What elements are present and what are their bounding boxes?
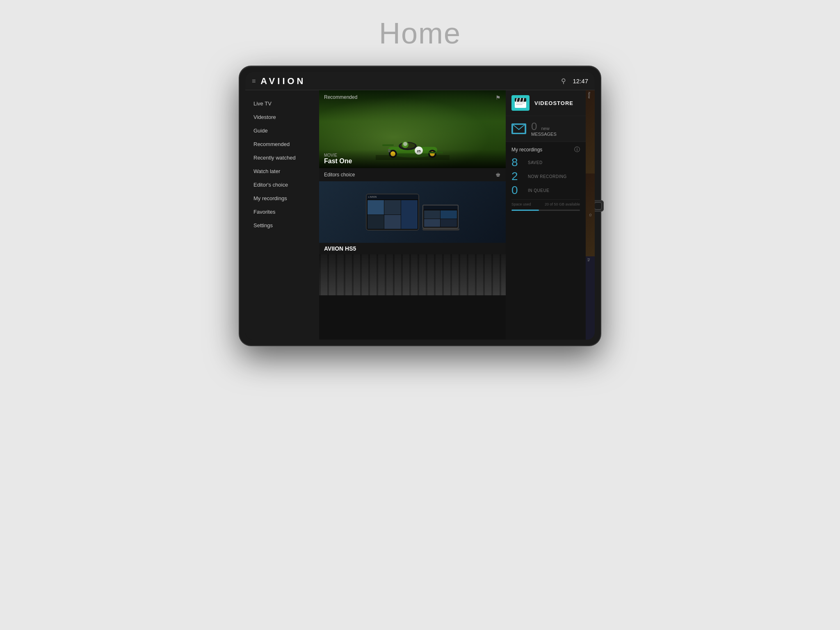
search-icon[interactable]: ⚲ <box>561 77 566 85</box>
app-logo: AVIION <box>260 76 561 87</box>
svg-rect-27 <box>331 270 336 274</box>
space-progress-fill <box>511 210 539 211</box>
mock-ui: ≡ AVIION <box>319 181 506 243</box>
svg-rect-24 <box>331 264 336 267</box>
editors-item-info: AVIION HS5 <box>319 243 506 254</box>
videostore-tile[interactable]: VIDEOSTORE <box>506 90 586 116</box>
svg-point-6 <box>403 142 407 146</box>
messages-tile[interactable]: 0 new MESSAGES <box>506 116 586 142</box>
main-content: Live TV Videstore Guide Recommended Rece… <box>245 90 595 340</box>
sidebar: Live TV Videstore Guide Recommended Rece… <box>245 90 319 340</box>
svg-rect-39 <box>516 103 525 103</box>
svg-rect-17 <box>319 254 506 295</box>
recordings-queue-count: 0 <box>511 185 524 196</box>
sidebar-item-guide[interactable]: Guide <box>245 124 319 137</box>
space-progress-bar <box>511 210 580 211</box>
editors-header: Editors choice ♚ <box>319 168 506 181</box>
messages-title: MESSAGES <box>531 132 557 137</box>
peek-movie-thumb-2: Ci <box>586 173 595 257</box>
recordings-header: My recordings ⓘ <box>511 146 580 153</box>
sidebar-item-settings[interactable]: Settings <box>245 219 319 232</box>
editors-section: Editors choice ♚ ≡ AVIION <box>319 168 506 254</box>
third-section[interactable] <box>319 254 506 295</box>
featured-label: Recommended <box>324 94 357 100</box>
sidebar-item-recently-watched[interactable]: Recently watched <box>245 151 319 164</box>
messages-info: 0 new MESSAGES <box>531 121 557 137</box>
editors-label: Editors choice <box>324 172 355 178</box>
editors-content[interactable]: ≡ AVIION <box>319 181 506 243</box>
svg-rect-25 <box>338 264 342 267</box>
building-bg <box>319 254 506 295</box>
svg-rect-18 <box>319 258 352 295</box>
recordings-title: My recordings <box>511 147 542 153</box>
sidebar-item-live-tv[interactable]: Live TV <box>245 97 319 110</box>
sidebar-item-editors-choice[interactable]: Editor's choice <box>245 178 319 192</box>
svg-rect-12 <box>382 144 394 146</box>
right-panel: VIDEOSTORE 0 new <box>506 90 586 340</box>
editors-item-title: AVIION HS5 <box>324 245 501 252</box>
page-title: Home <box>379 16 461 50</box>
peek-movie-thumb-1: Now <box>586 90 595 173</box>
recordings-now-label: NOW RECORDING <box>528 174 567 179</box>
top-bar: ≡ AVIION ⚲ 12:47 <box>245 72 595 90</box>
sidebar-item-favorites[interactable]: Favorites <box>245 205 319 219</box>
tablet-shell: ≡ AVIION ⚲ 12:47 Live TV Videstore Guide… <box>240 66 600 345</box>
messages-new-badge: new <box>541 126 549 131</box>
time-display: 12:47 <box>573 78 588 84</box>
sidebar-item-recommended[interactable]: Recommended <box>245 137 319 151</box>
recordings-queue-label: IN QUEUE <box>528 188 549 193</box>
recordings-saved-count: 8 <box>511 157 524 168</box>
space-detail-label: 20 of 50 GB available <box>545 202 580 206</box>
featured-bookmark-icon[interactable]: ⚑ <box>495 94 501 101</box>
recording-stat-queue: 0 IN QUEUE <box>511 185 580 196</box>
svg-rect-22 <box>455 254 506 295</box>
envelope-icon <box>511 123 526 134</box>
featured-title: Fast One <box>324 158 501 165</box>
space-used-label: Space used <box>511 202 531 206</box>
tablet-screen: ≡ AVIION ⚲ 12:47 Live TV Videstore Guide… <box>245 72 595 340</box>
svg-rect-26 <box>324 270 329 274</box>
sidebar-item-watch-later[interactable]: Watch later <box>245 164 319 178</box>
clapperboard-icon <box>514 97 527 109</box>
featured-info: MOVIE Fast One <box>319 150 506 168</box>
home-button-inner <box>594 202 602 210</box>
recording-stat-saved: 8 SAVED <box>511 157 580 168</box>
sidebar-item-my-recordings[interactable]: My recordings <box>245 192 319 205</box>
space-used-section: Space used 20 of 50 GB available <box>511 199 580 211</box>
messages-count: 0 <box>531 121 537 132</box>
content-wrapper: 25 Recommended ⚑ MOVIE Fast One <box>319 90 595 340</box>
svg-rect-23 <box>324 264 329 267</box>
recordings-tile: My recordings ⓘ 8 SAVED 2 NOW RECORDING <box>506 142 586 340</box>
svg-rect-40 <box>516 104 523 105</box>
svg-rect-20 <box>379 256 423 295</box>
videostore-icon <box>511 95 530 111</box>
peek-movie-thumb-3: Za <box>586 256 595 340</box>
editors-crown-icon: ♚ <box>495 171 501 178</box>
videostore-label: VIDEOSTORE <box>534 100 573 106</box>
menu-icon[interactable]: ≡ <box>252 78 256 85</box>
svg-rect-21 <box>424 264 454 295</box>
recording-stat-now: 2 NOW RECORDING <box>511 171 580 182</box>
main-panel: 25 Recommended ⚑ MOVIE Fast One <box>319 90 506 340</box>
far-right-peek: Now Ci Za <box>586 90 595 340</box>
recordings-settings-icon[interactable]: ⓘ <box>574 146 580 153</box>
top-bar-right: ⚲ 12:47 <box>561 77 588 85</box>
featured-section[interactable]: 25 Recommended ⚑ MOVIE Fast One <box>319 90 506 168</box>
svg-rect-19 <box>353 267 378 295</box>
sidebar-item-videostore[interactable]: Videstore <box>245 110 319 124</box>
recordings-now-count: 2 <box>511 171 524 182</box>
featured-type: MOVIE <box>324 153 501 158</box>
recordings-saved-label: SAVED <box>528 160 543 165</box>
mail-icon <box>512 123 525 134</box>
